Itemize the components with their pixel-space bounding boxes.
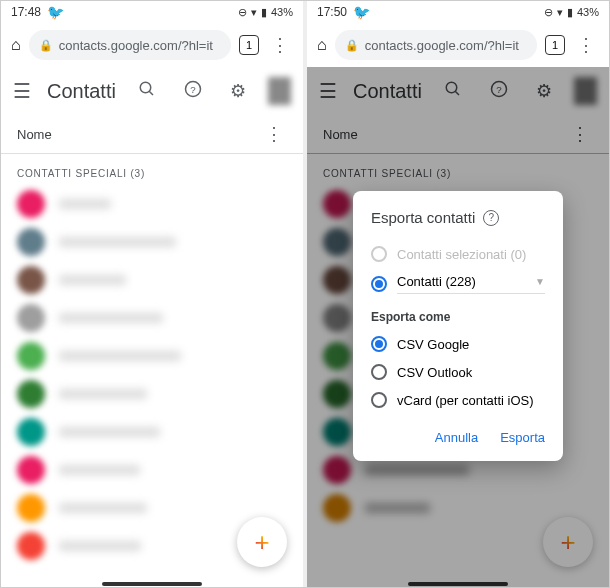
contact-avatar — [17, 304, 45, 332]
dialog-title: Esporta contatti — [371, 209, 475, 226]
dropdown-caret-icon: ▼ — [535, 276, 545, 287]
nav-pill — [102, 582, 202, 586]
contact-row[interactable] — [1, 451, 303, 489]
contact-avatar — [17, 456, 45, 484]
cancel-button[interactable]: Annulla — [435, 430, 478, 445]
help-icon[interactable]: ? — [178, 80, 208, 103]
radio-icon — [371, 364, 387, 380]
contact-avatar — [17, 266, 45, 294]
radio-label: CSV Outlook — [397, 365, 472, 380]
contact-name — [59, 427, 160, 437]
export-button[interactable]: Esporta — [500, 430, 545, 445]
contact-name — [59, 275, 126, 285]
url-field[interactable]: 🔒 contacts.google.com/?hl=it — [29, 30, 231, 60]
contact-avatar — [17, 190, 45, 218]
contact-row[interactable] — [1, 337, 303, 375]
wifi-icon: ▾ — [557, 6, 563, 19]
svg-text:?: ? — [190, 83, 196, 94]
url-field[interactable]: 🔒 contacts.google.com/?hl=it — [335, 30, 537, 60]
url-text: contacts.google.com/?hl=it — [365, 38, 519, 53]
contact-name — [59, 465, 140, 475]
browser-url-bar: ⌂ 🔒 contacts.google.com/?hl=it 1 ⋮ — [1, 23, 303, 67]
app-title: Contatti — [47, 80, 116, 103]
divider — [1, 153, 303, 154]
contact-row[interactable] — [1, 413, 303, 451]
contact-name — [59, 541, 141, 551]
phone-left: 17:48 🐦 ⊖ ▾ ▮ 43% ⌂ 🔒 contacts.google.co… — [1, 1, 303, 587]
radio-icon — [371, 336, 387, 352]
battery-pct: 43% — [577, 6, 599, 18]
contact-name — [59, 199, 111, 209]
contact-row[interactable] — [1, 375, 303, 413]
phone-right: 17:50 🐦 ⊖ ▾ ▮ 43% ⌂ 🔒 contacts.google.co… — [307, 1, 609, 587]
radio-vcard[interactable]: vCard (per contatti iOS) — [371, 386, 545, 414]
battery-icon: ▮ — [567, 6, 573, 19]
contact-name — [59, 313, 163, 323]
svg-line-1 — [149, 91, 153, 95]
home-icon[interactable]: ⌂ — [11, 36, 21, 54]
dialog-help-icon[interactable]: ? — [483, 210, 499, 226]
create-contact-fab[interactable]: + — [237, 517, 287, 567]
app-bar: ☰ Contatti ? ⚙ — [1, 67, 303, 115]
contact-name — [59, 503, 147, 513]
contact-avatar — [17, 342, 45, 370]
radio-csv-google[interactable]: CSV Google — [371, 330, 545, 358]
section-header: CONTATTI SPECIALI (3) — [1, 158, 303, 185]
menu-icon[interactable]: ☰ — [13, 79, 31, 103]
column-header-row: Nome ⋮ — [1, 115, 303, 153]
contact-avatar — [17, 532, 45, 560]
wifi-icon: ▾ — [251, 6, 257, 19]
plus-icon: + — [254, 527, 269, 558]
radio-icon — [371, 276, 387, 292]
contact-row[interactable] — [1, 299, 303, 337]
svg-point-0 — [140, 82, 151, 93]
account-avatar[interactable] — [268, 77, 291, 105]
radio-icon — [371, 246, 387, 262]
export-dialog: Esporta contatti ? Contatti selezionati … — [353, 191, 563, 461]
radio-label: Contatti selezionati (0) — [397, 247, 526, 262]
url-text: contacts.google.com/?hl=it — [59, 38, 213, 53]
radio-label: vCard (per contatti iOS) — [397, 393, 534, 408]
status-time: 17:48 — [11, 5, 41, 19]
export-as-label: Esporta come — [371, 310, 545, 324]
contact-name — [59, 389, 147, 399]
contact-row[interactable] — [1, 223, 303, 261]
radio-csv-outlook[interactable]: CSV Outlook — [371, 358, 545, 386]
contact-name — [59, 237, 176, 247]
select-label: Contatti (228) — [397, 274, 476, 289]
browser-url-bar: ⌂ 🔒 contacts.google.com/?hl=it 1 ⋮ — [307, 23, 609, 67]
contact-avatar — [17, 228, 45, 256]
radio-icon — [371, 392, 387, 408]
battery-pct: 43% — [271, 6, 293, 18]
contact-name — [59, 351, 181, 361]
sort-menu-icon[interactable]: ⋮ — [261, 123, 287, 145]
contact-avatar — [17, 380, 45, 408]
radio-selected-contacts: Contatti selezionati (0) — [371, 240, 545, 268]
settings-icon[interactable]: ⚙ — [224, 80, 252, 102]
contact-avatar — [17, 418, 45, 446]
column-name: Nome — [17, 127, 52, 142]
status-bar: 17:48 🐦 ⊖ ▾ ▮ 43% — [1, 1, 303, 23]
lock-icon: 🔒 — [39, 39, 53, 52]
tab-switcher[interactable]: 1 — [545, 35, 565, 55]
do-not-disturb-icon: ⊖ — [238, 6, 247, 19]
radio-label: CSV Google — [397, 337, 469, 352]
search-icon[interactable] — [132, 80, 162, 103]
lock-icon: 🔒 — [345, 39, 359, 52]
browser-menu-icon[interactable]: ⋮ — [267, 34, 293, 56]
twitter-icon: 🐦 — [47, 4, 64, 20]
status-time: 17:50 — [317, 5, 347, 19]
home-icon[interactable]: ⌂ — [317, 36, 327, 54]
twitter-icon: 🐦 — [353, 4, 370, 20]
tab-switcher[interactable]: 1 — [239, 35, 259, 55]
do-not-disturb-icon: ⊖ — [544, 6, 553, 19]
contact-row[interactable] — [1, 261, 303, 299]
battery-icon: ▮ — [261, 6, 267, 19]
browser-menu-icon[interactable]: ⋮ — [573, 34, 599, 56]
contact-row[interactable] — [1, 185, 303, 223]
status-bar: 17:50 🐦 ⊖ ▾ ▮ 43% — [307, 1, 609, 23]
radio-all-contacts[interactable]: Contatti (228) ▼ — [371, 268, 545, 300]
contact-avatar — [17, 494, 45, 522]
